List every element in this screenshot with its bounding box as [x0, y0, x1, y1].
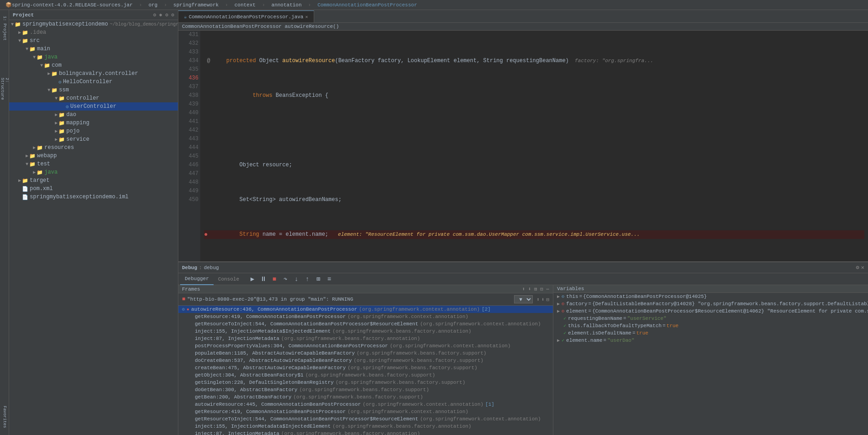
tab-close-button[interactable]: ✕: [305, 14, 308, 20]
debug-pause-btn[interactable]: ⏸: [258, 274, 268, 284]
frame-item-2[interactable]: getResourceToInject:544, CommonAnnotatio…: [178, 320, 553, 328]
console-tab[interactable]: Console: [214, 273, 244, 285]
frame-item-14[interactable]: getResource:419, CommonAnnotationBeanPos…: [178, 408, 553, 415]
frame-item-6[interactable]: populateBean:1185, AbstractAutowireCapab…: [178, 350, 553, 357]
settings-gear-icon[interactable]: ⚙: [856, 264, 859, 271]
editor-area: ☕ CommonAnnotationBeanPostProcessor.java…: [178, 10, 868, 435]
frame-item-8[interactable]: createBean:475, AbstractAutowireCapableB…: [178, 364, 553, 371]
var-requesting-bean-name[interactable]: ✓ requestingBeanName = "userService": [553, 315, 868, 322]
debug-tab-bar: Debugger Console ▶ ⏸ ■ ↷ ↓ ↑ ⊞ ≡: [178, 273, 868, 285]
frame-filter-icon[interactable]: ⊟: [546, 297, 549, 302]
main-layout: 1: Project 2: Structure Favorites Projec…: [0, 10, 868, 435]
variables-header: Variables: [553, 285, 868, 293]
var-element-name[interactable]: ▶ ✓ element.name = "userDao": [553, 337, 868, 344]
tree-java[interactable]: ▼ 📁 java: [9, 53, 178, 61]
frame-item-13[interactable]: autowireResource:445, CommonAnnotationBe…: [178, 401, 553, 408]
frame-item-15[interactable]: getResourceToInject:544, CommonAnnotatio…: [178, 415, 553, 423]
var-this[interactable]: ▶ ⊙ this = {CommonAnnotationBeanPostProc…: [553, 293, 868, 300]
topbar-jar[interactable]: 📦 spring-context-4.0.2.RELEASE-sources.j…: [3, 0, 135, 10]
debug-step-into-btn[interactable]: ↓: [291, 274, 301, 284]
topbar-class[interactable]: CommonAnnotationBeanPostProcessor: [315, 0, 420, 10]
debug-stop-btn[interactable]: ■: [269, 274, 279, 284]
debug-frames-btn[interactable]: ⊞: [313, 274, 323, 284]
frame-item-1[interactable]: getResource:419, CommonAnnotationBeanPos…: [178, 313, 553, 320]
topbar-context[interactable]: context: [232, 0, 258, 10]
structure-tab-button[interactable]: 2: Structure: [0, 74, 9, 111]
tree-mapping[interactable]: ▶ 📁 mapping: [9, 119, 178, 127]
bottom-panel: Debug : debug ⚙ ✕ Debugger Console ▶ ⏸: [178, 261, 868, 435]
tree-bolingcavalry[interactable]: ▶ 📁 bolingcavalry.controller: [9, 69, 178, 78]
tree-com[interactable]: ▼ 📁 com: [9, 61, 178, 69]
debug-header: Debug : debug ⚙ ✕: [178, 262, 868, 273]
frame-item-0[interactable]: ⊙ ● autowireResource:436, CommonAnnotati…: [178, 306, 553, 313]
frames-list[interactable]: ⊙ ● autowireResource:436, CommonAnnotati…: [178, 306, 553, 435]
tree-ssm[interactable]: ▼ 📁 ssm: [9, 86, 178, 94]
frame-item-10[interactable]: getSingleton:228, DefaultSingletonBeanRe…: [178, 379, 553, 386]
tree-root[interactable]: ▼ 📁 springmybatisexceptiondemo ~/blog/bl…: [9, 20, 178, 28]
tree-src[interactable]: ▼ 📁 src: [9, 37, 178, 45]
tree-user-controller[interactable]: ▶ ⊙ UserController: [9, 102, 178, 111]
tab-label: CommonAnnotationBeanPostProcessor.java: [189, 14, 304, 20]
code-editor[interactable]: 431 432 433 434 435 436 437 438 439 440 …: [178, 31, 868, 261]
debug-vars-btn[interactable]: ≡: [324, 274, 334, 284]
topbar-org[interactable]: org: [146, 0, 161, 10]
breadcrumb-text: CommonAnnotationBeanPostProcessor autowi…: [182, 24, 339, 29]
tree-hello-controller[interactable]: ▶ ⊙ HelloController: [9, 78, 178, 86]
tree-idea[interactable]: ▶ 📁 .idea: [9, 28, 178, 37]
topbar-annotation[interactable]: annotation: [269, 0, 305, 10]
tree-webapp[interactable]: ▶ 📁 webapp: [9, 152, 178, 160]
tree-test-java[interactable]: ▶ 📁 java: [9, 168, 178, 176]
frame-up-icon[interactable]: ⬆: [536, 297, 540, 302]
tree-pom[interactable]: ▶ 📄 pom.xml: [9, 185, 178, 193]
var-element[interactable]: ▶ ⊙ element = {CommonAnnotationBeanPostP…: [553, 308, 868, 315]
project-tab-button[interactable]: 1: Project: [0, 10, 9, 47]
debug-step-out-btn[interactable]: ↑: [302, 274, 312, 284]
thread-label: "http-bio-8080-exec-20"@13,473 in group …: [187, 297, 512, 302]
tree-iml[interactable]: ▶ 📄 springmybatisexceptiondemo.iml: [9, 193, 178, 201]
frames-header: Frames ⬆ ⬇ ⊞ ⊟ ⋯: [178, 285, 553, 293]
frame-item-3[interactable]: inject:155, InjectionMetadata$InjectedEl…: [178, 328, 553, 335]
frame-item-17[interactable]: inject:87, InjectionMetadata (org.spring…: [178, 430, 553, 435]
topbar-springframework[interactable]: springframework: [171, 0, 221, 10]
frame-item-11[interactable]: doGetBean:300, AbstractBeanFactory (org.…: [178, 386, 553, 393]
code-line-431: @ protected Object autowireResource(Bean…: [204, 57, 864, 65]
left-sidebar-icons: 1: Project 2: Structure Favorites: [0, 10, 9, 435]
tree-dao[interactable]: ▶ 📁 dao: [9, 111, 178, 119]
thread-selector[interactable]: ▼: [514, 295, 533, 303]
tree-service[interactable]: ▶ 📁 service: [9, 135, 178, 143]
tree-resources[interactable]: ▶ 📁 resources: [9, 143, 178, 152]
var-factory[interactable]: ▶ ⊙ factory = {DefaultListableBeanFactor…: [553, 300, 868, 308]
variables-list[interactable]: ▶ ⊙ this = {CommonAnnotationBeanPostProc…: [553, 293, 868, 435]
project-tree[interactable]: ▼ 📁 springmybatisexceptiondemo ~/blog/bl…: [9, 20, 178, 435]
frames-title: Frames: [182, 286, 200, 292]
tree-controller-folder[interactable]: ▼ 📁 controller: [9, 94, 178, 102]
frame-item-4[interactable]: inject:87, InjectionMetadata (org.spring…: [178, 335, 553, 342]
debug-content: Frames ⬆ ⬇ ⊞ ⊟ ⋯ ■ "http-bio-8080-exec-2…: [178, 285, 868, 435]
frame-item-7[interactable]: doCreateBean:537, AbstractAutowireCapabl…: [178, 357, 553, 364]
tree-pojo[interactable]: ▶ 📁 pojo: [9, 127, 178, 135]
frame-down-icon[interactable]: ⬇: [541, 297, 545, 302]
variables-title: Variables: [557, 286, 584, 292]
debugger-tab[interactable]: Debugger: [180, 273, 214, 285]
debug-settings: ⚙ ✕: [856, 264, 864, 271]
frame-item-9[interactable]: getObject:304, AbstractBeanFactory$1 (or…: [178, 371, 553, 379]
frame-item-5[interactable]: postProcessPropertyValues:304, CommonAnn…: [178, 342, 553, 350]
favorites-tab-button[interactable]: Favorites: [0, 398, 9, 435]
tree-test[interactable]: ▼ 📁 test: [9, 160, 178, 168]
var-fallback[interactable]: ✓ this.fallbackToDefaultTypeMatch = true: [553, 322, 868, 329]
project-title: Project: [13, 12, 34, 18]
code-line-432: throws BeansException {: [204, 91, 864, 100]
var-is-default-name[interactable]: ✓ element.isDefaultName = true: [553, 329, 868, 337]
code-content[interactable]: @ protected Object autowireResource(Bean…: [200, 31, 868, 261]
debug-run-btn[interactable]: ▶: [247, 274, 257, 284]
breadcrumb: CommonAnnotationBeanPostProcessor autowi…: [178, 23, 868, 31]
code-line-435: Set<String> autowiredBeanNames;: [204, 196, 864, 204]
tree-main[interactable]: ▼ 📁 main: [9, 45, 178, 53]
debug-step-over-btn[interactable]: ↷: [280, 274, 290, 284]
settings-close-icon[interactable]: ✕: [861, 264, 864, 271]
frame-item-12[interactable]: getBean:200, AbstractBeanFactory (org.sp…: [178, 393, 553, 401]
editor-tab-active[interactable]: ☕ CommonAnnotationBeanPostProcessor.java…: [178, 11, 314, 22]
tree-target[interactable]: ▶ 📁 target: [9, 176, 178, 185]
frame-item-16[interactable]: inject:155, InjectionMetadata$InjectedEl…: [178, 423, 553, 430]
line-numbers: 431 432 433 434 435 436 437 438 439 440 …: [178, 31, 200, 261]
